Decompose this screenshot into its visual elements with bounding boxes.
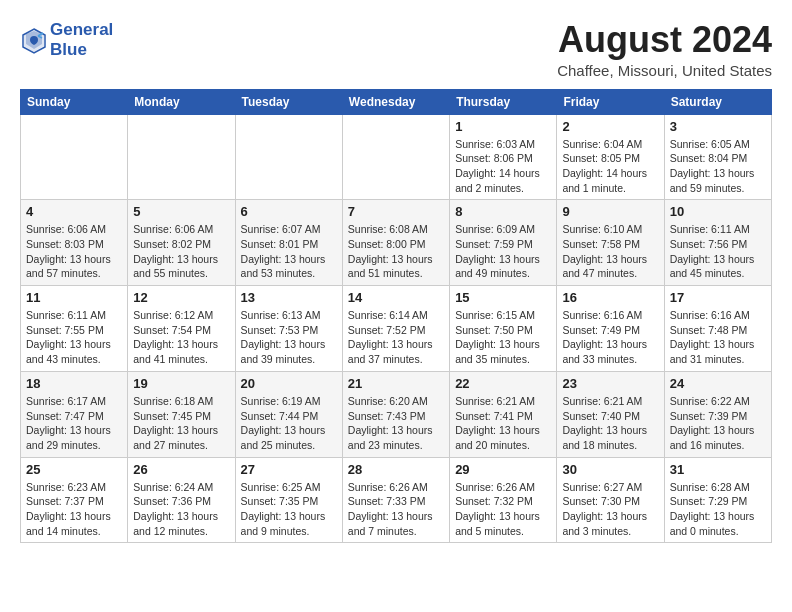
calendar-cell: 2Sunrise: 6:04 AMSunset: 8:05 PMDaylight… [557, 114, 664, 200]
calendar-cell: 14Sunrise: 6:14 AMSunset: 7:52 PMDayligh… [342, 286, 449, 372]
day-number: 13 [241, 290, 337, 305]
month-year-title: August 2024 [557, 20, 772, 60]
day-info: Sunrise: 6:26 AMSunset: 7:33 PMDaylight:… [348, 480, 444, 539]
day-number: 14 [348, 290, 444, 305]
day-number: 20 [241, 376, 337, 391]
page: General Blue August 2024 Chaffee, Missou… [0, 0, 792, 553]
day-number: 12 [133, 290, 229, 305]
calendar-cell: 5Sunrise: 6:06 AMSunset: 8:02 PMDaylight… [128, 200, 235, 286]
day-number: 22 [455, 376, 551, 391]
day-info: Sunrise: 6:24 AMSunset: 7:36 PMDaylight:… [133, 480, 229, 539]
day-info: Sunrise: 6:18 AMSunset: 7:45 PMDaylight:… [133, 394, 229, 453]
calendar-cell [235, 114, 342, 200]
day-number: 10 [670, 204, 766, 219]
day-number: 28 [348, 462, 444, 477]
day-number: 5 [133, 204, 229, 219]
title-block: August 2024 Chaffee, Missouri, United St… [557, 20, 772, 79]
weekday-header-thursday: Thursday [450, 89, 557, 114]
day-number: 19 [133, 376, 229, 391]
day-number: 23 [562, 376, 658, 391]
weekday-header-tuesday: Tuesday [235, 89, 342, 114]
header: General Blue August 2024 Chaffee, Missou… [20, 20, 772, 79]
day-number: 26 [133, 462, 229, 477]
day-info: Sunrise: 6:12 AMSunset: 7:54 PMDaylight:… [133, 308, 229, 367]
day-info: Sunrise: 6:23 AMSunset: 7:37 PMDaylight:… [26, 480, 122, 539]
calendar-cell: 11Sunrise: 6:11 AMSunset: 7:55 PMDayligh… [21, 286, 128, 372]
day-number: 29 [455, 462, 551, 477]
calendar-cell: 12Sunrise: 6:12 AMSunset: 7:54 PMDayligh… [128, 286, 235, 372]
logo: General Blue [20, 20, 113, 59]
calendar-cell: 6Sunrise: 6:07 AMSunset: 8:01 PMDaylight… [235, 200, 342, 286]
day-number: 27 [241, 462, 337, 477]
calendar-cell: 17Sunrise: 6:16 AMSunset: 7:48 PMDayligh… [664, 286, 771, 372]
day-number: 15 [455, 290, 551, 305]
day-number: 9 [562, 204, 658, 219]
day-info: Sunrise: 6:07 AMSunset: 8:01 PMDaylight:… [241, 222, 337, 281]
weekday-header-friday: Friday [557, 89, 664, 114]
calendar-cell: 27Sunrise: 6:25 AMSunset: 7:35 PMDayligh… [235, 457, 342, 543]
logo-text: General Blue [50, 20, 113, 59]
calendar-cell: 21Sunrise: 6:20 AMSunset: 7:43 PMDayligh… [342, 371, 449, 457]
day-number: 16 [562, 290, 658, 305]
day-info: Sunrise: 6:10 AMSunset: 7:58 PMDaylight:… [562, 222, 658, 281]
weekday-header-wednesday: Wednesday [342, 89, 449, 114]
day-info: Sunrise: 6:22 AMSunset: 7:39 PMDaylight:… [670, 394, 766, 453]
day-number: 4 [26, 204, 122, 219]
calendar-cell: 31Sunrise: 6:28 AMSunset: 7:29 PMDayligh… [664, 457, 771, 543]
calendar-cell: 19Sunrise: 6:18 AMSunset: 7:45 PMDayligh… [128, 371, 235, 457]
day-number: 17 [670, 290, 766, 305]
day-info: Sunrise: 6:25 AMSunset: 7:35 PMDaylight:… [241, 480, 337, 539]
calendar-week-row: 25Sunrise: 6:23 AMSunset: 7:37 PMDayligh… [21, 457, 772, 543]
day-info: Sunrise: 6:11 AMSunset: 7:55 PMDaylight:… [26, 308, 122, 367]
calendar-cell: 26Sunrise: 6:24 AMSunset: 7:36 PMDayligh… [128, 457, 235, 543]
day-info: Sunrise: 6:16 AMSunset: 7:48 PMDaylight:… [670, 308, 766, 367]
day-number: 30 [562, 462, 658, 477]
day-info: Sunrise: 6:17 AMSunset: 7:47 PMDaylight:… [26, 394, 122, 453]
calendar-week-row: 1Sunrise: 6:03 AMSunset: 8:06 PMDaylight… [21, 114, 772, 200]
calendar-cell [128, 114, 235, 200]
calendar-cell [342, 114, 449, 200]
calendar-week-row: 4Sunrise: 6:06 AMSunset: 8:03 PMDaylight… [21, 200, 772, 286]
weekday-header-sunday: Sunday [21, 89, 128, 114]
calendar-cell: 24Sunrise: 6:22 AMSunset: 7:39 PMDayligh… [664, 371, 771, 457]
day-info: Sunrise: 6:16 AMSunset: 7:49 PMDaylight:… [562, 308, 658, 367]
day-info: Sunrise: 6:04 AMSunset: 8:05 PMDaylight:… [562, 137, 658, 196]
day-number: 18 [26, 376, 122, 391]
day-info: Sunrise: 6:08 AMSunset: 8:00 PMDaylight:… [348, 222, 444, 281]
calendar-cell: 8Sunrise: 6:09 AMSunset: 7:59 PMDaylight… [450, 200, 557, 286]
calendar-cell: 4Sunrise: 6:06 AMSunset: 8:03 PMDaylight… [21, 200, 128, 286]
weekday-header-saturday: Saturday [664, 89, 771, 114]
day-number: 25 [26, 462, 122, 477]
calendar-cell: 18Sunrise: 6:17 AMSunset: 7:47 PMDayligh… [21, 371, 128, 457]
day-info: Sunrise: 6:20 AMSunset: 7:43 PMDaylight:… [348, 394, 444, 453]
calendar-cell: 13Sunrise: 6:13 AMSunset: 7:53 PMDayligh… [235, 286, 342, 372]
calendar-week-row: 18Sunrise: 6:17 AMSunset: 7:47 PMDayligh… [21, 371, 772, 457]
calendar-cell: 30Sunrise: 6:27 AMSunset: 7:30 PMDayligh… [557, 457, 664, 543]
day-info: Sunrise: 6:06 AMSunset: 8:02 PMDaylight:… [133, 222, 229, 281]
day-info: Sunrise: 6:21 AMSunset: 7:40 PMDaylight:… [562, 394, 658, 453]
calendar-cell: 9Sunrise: 6:10 AMSunset: 7:58 PMDaylight… [557, 200, 664, 286]
calendar-cell [21, 114, 128, 200]
day-number: 1 [455, 119, 551, 134]
day-number: 3 [670, 119, 766, 134]
day-info: Sunrise: 6:13 AMSunset: 7:53 PMDaylight:… [241, 308, 337, 367]
location-subtitle: Chaffee, Missouri, United States [557, 62, 772, 79]
day-number: 6 [241, 204, 337, 219]
calendar-cell: 15Sunrise: 6:15 AMSunset: 7:50 PMDayligh… [450, 286, 557, 372]
calendar-cell: 22Sunrise: 6:21 AMSunset: 7:41 PMDayligh… [450, 371, 557, 457]
day-info: Sunrise: 6:14 AMSunset: 7:52 PMDaylight:… [348, 308, 444, 367]
day-info: Sunrise: 6:09 AMSunset: 7:59 PMDaylight:… [455, 222, 551, 281]
day-number: 21 [348, 376, 444, 391]
day-info: Sunrise: 6:03 AMSunset: 8:06 PMDaylight:… [455, 137, 551, 196]
day-info: Sunrise: 6:21 AMSunset: 7:41 PMDaylight:… [455, 394, 551, 453]
calendar-cell: 29Sunrise: 6:26 AMSunset: 7:32 PMDayligh… [450, 457, 557, 543]
day-number: 11 [26, 290, 122, 305]
day-info: Sunrise: 6:05 AMSunset: 8:04 PMDaylight:… [670, 137, 766, 196]
calendar-cell: 10Sunrise: 6:11 AMSunset: 7:56 PMDayligh… [664, 200, 771, 286]
calendar-cell: 20Sunrise: 6:19 AMSunset: 7:44 PMDayligh… [235, 371, 342, 457]
calendar-cell: 25Sunrise: 6:23 AMSunset: 7:37 PMDayligh… [21, 457, 128, 543]
day-number: 24 [670, 376, 766, 391]
logo-icon [20, 26, 48, 54]
day-number: 8 [455, 204, 551, 219]
day-info: Sunrise: 6:15 AMSunset: 7:50 PMDaylight:… [455, 308, 551, 367]
